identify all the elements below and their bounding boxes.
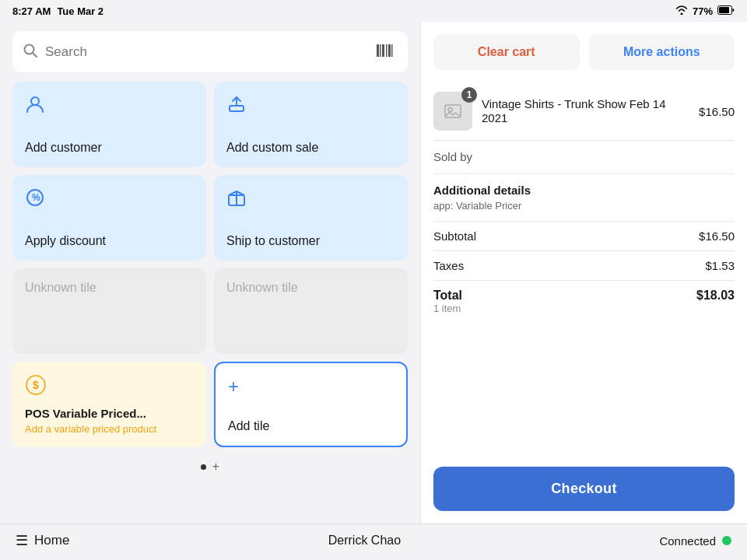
- add-tile-label: Add tile: [228, 419, 269, 433]
- unknown-tile-1[interactable]: Unknown tile: [12, 268, 206, 354]
- add-custom-sale-label: Add custom sale: [226, 141, 395, 155]
- sold-by-label: Sold by: [433, 150, 472, 163]
- barcode-button[interactable]: [374, 39, 397, 65]
- total-label-wrap: Total 1 item: [433, 289, 462, 314]
- add-tile[interactable]: + Add tile: [214, 362, 408, 447]
- item-details: Vintage Shirts - Trunk Show Feb 14 2021: [482, 97, 689, 125]
- connection-label: Connected: [659, 534, 716, 548]
- pos-variable-tile[interactable]: $ POS Variable Priced... Add a variable …: [12, 362, 206, 447]
- status-time: 8:27 AM: [12, 5, 51, 17]
- status-bar: 8:27 AM Tue Mar 2 77%: [0, 0, 747, 22]
- unknown-tile-1-label: Unknown tile: [25, 281, 194, 295]
- taxes-row: Taxes $1.53: [433, 251, 735, 281]
- total-value: $18.03: [696, 289, 735, 314]
- dot-add: +: [212, 460, 219, 474]
- wifi-icon: [675, 5, 688, 17]
- checkout-button[interactable]: Checkout: [433, 467, 735, 511]
- taxes-label: Taxes: [433, 259, 464, 272]
- item-name: Vintage Shirts - Trunk Show Feb 14 2021: [482, 97, 666, 124]
- subtotal-value: $16.50: [699, 229, 735, 243]
- left-panel: Add customer Add custom sale: [0, 22, 420, 523]
- pos-variable-label: POS Variable Priced...: [25, 407, 194, 420]
- search-icon: [23, 44, 37, 61]
- unknown-tile-2[interactable]: Unknown tile: [214, 268, 408, 354]
- right-panel: Clear cart More actions 1 Vintage Shirts…: [420, 22, 747, 523]
- add-customer-tile[interactable]: Add customer: [12, 82, 206, 167]
- battery-icon: [717, 5, 735, 17]
- svg-rect-5: [380, 44, 381, 57]
- subtotal-row: Subtotal $16.50: [433, 222, 735, 251]
- nav-user-label: Derrick Chao: [328, 534, 401, 548]
- upload-icon: [226, 94, 395, 119]
- total-items: 1 item: [433, 303, 462, 314]
- ship-to-customer-label: Ship to customer: [226, 234, 395, 248]
- apply-discount-tile[interactable]: % Apply discount: [12, 175, 206, 261]
- svg-rect-6: [382, 44, 384, 57]
- box-icon: [226, 187, 395, 212]
- svg-rect-8: [388, 44, 391, 57]
- ship-to-customer-tile[interactable]: Ship to customer: [214, 175, 408, 261]
- nav-home[interactable]: ☰ Home: [16, 532, 69, 549]
- clear-cart-button[interactable]: Clear cart: [433, 34, 580, 70]
- svg-point-21: [448, 108, 452, 112]
- pagination-dots: +: [12, 457, 408, 477]
- sold-by-section: Sold by: [433, 141, 735, 174]
- svg-text:%: %: [32, 192, 40, 203]
- svg-rect-7: [386, 44, 388, 57]
- hamburger-icon: ☰: [16, 532, 28, 549]
- item-badge: 1: [461, 87, 477, 103]
- taxes-value: $1.53: [705, 259, 735, 272]
- nav-connection: Connected: [659, 534, 731, 548]
- svg-rect-4: [377, 44, 379, 57]
- nav-home-label: Home: [34, 533, 69, 548]
- add-customer-label: Add customer: [25, 141, 194, 155]
- cart-item[interactable]: 1 Vintage Shirts - Trunk Show Feb 14 202…: [433, 82, 735, 141]
- subtotal-label: Subtotal: [433, 229, 476, 243]
- item-image-wrap: 1: [433, 92, 472, 131]
- main-layout: Add customer Add custom sale: [0, 22, 747, 523]
- additional-details-title: Additional details: [433, 184, 735, 197]
- svg-rect-1: [719, 7, 729, 13]
- apply-discount-label: Apply discount: [25, 234, 194, 248]
- search-input[interactable]: [45, 44, 366, 60]
- additional-details-section: Additional details app: Variable Pricer: [433, 174, 735, 222]
- total-label: Total: [433, 289, 462, 303]
- cart-actions: Clear cart More actions: [433, 34, 735, 70]
- more-actions-button[interactable]: More actions: [589, 34, 735, 70]
- bottom-nav: ☰ Home Derrick Chao Connected: [0, 523, 747, 560]
- pos-icon: $: [25, 374, 194, 401]
- person-icon: [25, 94, 194, 119]
- add-custom-sale-tile[interactable]: Add custom sale: [214, 82, 408, 167]
- status-date: Tue Mar 2: [57, 5, 103, 17]
- svg-point-10: [31, 97, 39, 105]
- svg-rect-11: [230, 106, 244, 111]
- add-plus-icon: +: [228, 376, 239, 397]
- svg-rect-9: [391, 44, 393, 57]
- battery-label: 77%: [693, 5, 713, 17]
- item-price: $16.50: [699, 105, 735, 118]
- total-row: Total 1 item $18.03: [433, 281, 735, 322]
- svg-text:$: $: [33, 379, 39, 391]
- pos-variable-sublabel: Add a variable priced product: [25, 423, 194, 435]
- connection-dot: [722, 536, 731, 545]
- search-bar: [12, 31, 408, 72]
- tiles-grid: Add customer Add custom sale: [12, 82, 408, 447]
- dot-active: [201, 464, 206, 470]
- additional-details-text: app: Variable Pricer: [433, 200, 735, 212]
- discount-icon: %: [25, 187, 194, 212]
- unknown-tile-2-label: Unknown tile: [226, 281, 395, 295]
- svg-line-3: [33, 53, 37, 57]
